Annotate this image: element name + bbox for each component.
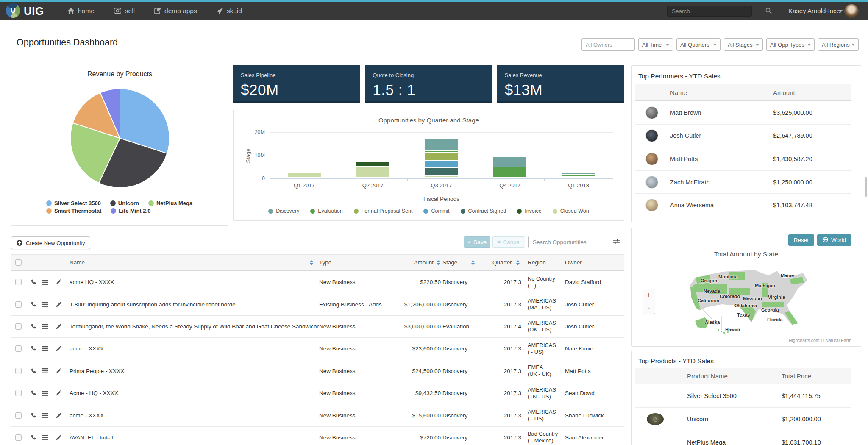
search-input[interactable] bbox=[667, 6, 752, 17]
sort-icon[interactable] bbox=[310, 260, 313, 265]
chevron-down-icon[interactable] bbox=[838, 10, 843, 13]
avatar bbox=[645, 106, 658, 119]
phone-icon[interactable] bbox=[27, 301, 39, 308]
world-button[interactable]: World bbox=[817, 234, 851, 246]
list-icon[interactable] bbox=[39, 413, 51, 418]
sort-icon[interactable] bbox=[516, 260, 520, 265]
row-checkbox[interactable] bbox=[15, 368, 22, 374]
phone-icon[interactable] bbox=[27, 279, 39, 285]
state-label-virginia: Virginia bbox=[768, 295, 785, 300]
opportunity-owner: Sam Alexander bbox=[561, 434, 624, 441]
row-checkbox[interactable] bbox=[15, 390, 22, 396]
row-checkbox[interactable] bbox=[15, 323, 22, 330]
bar-legend-item[interactable]: Contract Signed bbox=[461, 208, 506, 214]
row-checkbox[interactable] bbox=[15, 345, 22, 352]
revenue-pie-chart bbox=[11, 86, 229, 192]
table-settings-icon[interactable] bbox=[613, 238, 620, 247]
filter-dropdown-all-time[interactable]: All Time bbox=[638, 38, 673, 51]
pencil-icon[interactable] bbox=[51, 434, 66, 441]
state-label-nevada: Nevada bbox=[704, 289, 720, 294]
user-menu[interactable]: Kasey Arnold-Ince bbox=[788, 2, 840, 20]
pencil-icon[interactable] bbox=[51, 279, 66, 285]
row-checkbox[interactable] bbox=[15, 301, 22, 308]
row-checkbox[interactable] bbox=[15, 279, 22, 285]
zoom-in-button[interactable]: + bbox=[643, 289, 655, 301]
phone-icon[interactable] bbox=[27, 323, 39, 330]
reset-button[interactable]: Reset bbox=[788, 234, 814, 246]
pencil-icon[interactable] bbox=[51, 323, 66, 330]
brand-name[interactable]: UIG bbox=[24, 5, 44, 18]
phone-icon[interactable] bbox=[27, 412, 39, 419]
list-icon[interactable] bbox=[39, 368, 51, 373]
opportunity-region: AMERICAS( - US) bbox=[524, 342, 561, 356]
sort-icon[interactable] bbox=[471, 260, 475, 265]
list-icon[interactable] bbox=[39, 346, 51, 351]
phone-icon[interactable] bbox=[27, 390, 39, 396]
product-row: Silver Select 3500 $1,444,115.75 bbox=[635, 384, 851, 408]
create-new-opportunity-button[interactable]: Create New Opportunity bbox=[11, 236, 90, 249]
column-header-stage[interactable]: Stage bbox=[442, 259, 485, 266]
column-header-name[interactable]: Name bbox=[66, 259, 319, 266]
pie-legend-item[interactable]: Smart Thermostat bbox=[46, 208, 101, 214]
legend-dot-icon bbox=[46, 208, 52, 214]
bar-segment bbox=[425, 138, 459, 151]
map-credit: Highcharts.com © Natural Earth bbox=[789, 338, 851, 343]
column-header-quarter[interactable]: Quarter bbox=[485, 259, 524, 266]
all-owners-filter-input[interactable] bbox=[581, 38, 635, 51]
cancel-button[interactable]: Cancel bbox=[492, 236, 525, 248]
bar-legend-item[interactable]: Discovery bbox=[268, 208, 299, 214]
performer-amount: $1,430,587.20 bbox=[773, 156, 851, 162]
pencil-icon[interactable] bbox=[51, 412, 66, 419]
state-label-montana: Montana bbox=[718, 274, 737, 279]
row-checkbox[interactable] bbox=[15, 412, 22, 419]
bar-legend-item[interactable]: Evaluation bbox=[310, 208, 342, 214]
opportunity-amount: $220.50 bbox=[398, 279, 442, 285]
nav-item-demo-apps[interactable]: demo apps bbox=[154, 7, 197, 15]
save-button[interactable]: Save bbox=[464, 236, 490, 248]
bar-legend-item[interactable]: Commit bbox=[423, 208, 449, 214]
bar-legend-item[interactable]: Invoice bbox=[517, 208, 542, 214]
nav-item-sell[interactable]: sell bbox=[114, 7, 135, 15]
revenue-by-products-card: Revenue by Products Silver Select 3500Un… bbox=[11, 60, 228, 226]
filter-dropdown-all-regions[interactable]: All Regions bbox=[818, 38, 859, 51]
phone-icon[interactable] bbox=[27, 434, 39, 441]
nav-item-skuid[interactable]: skuid bbox=[217, 7, 242, 15]
list-icon[interactable] bbox=[39, 302, 51, 307]
list-icon[interactable] bbox=[39, 391, 51, 396]
bar-legend-item[interactable]: Formal Proposal Sent bbox=[354, 208, 413, 214]
pie-legend-item[interactable]: NetPlus Mega bbox=[148, 200, 192, 206]
phone-icon[interactable] bbox=[27, 345, 39, 352]
search-icon[interactable] bbox=[765, 8, 772, 16]
sort-icon[interactable] bbox=[437, 260, 440, 265]
filter-dropdown-all-stages[interactable]: All Stages bbox=[724, 38, 763, 51]
filter-dropdown-all-quarters[interactable]: All Quarters bbox=[676, 38, 721, 51]
phone-icon[interactable] bbox=[27, 368, 39, 374]
list-icon[interactable] bbox=[39, 280, 51, 285]
pencil-icon[interactable] bbox=[51, 390, 66, 396]
pie-legend-item[interactable]: Life Mint 2.0 bbox=[111, 208, 150, 214]
column-header-amount[interactable]: Amount bbox=[398, 259, 442, 266]
list-icon[interactable] bbox=[39, 324, 51, 329]
pencil-icon[interactable] bbox=[51, 301, 66, 308]
product-row: Unicorn $1,200,000.00 bbox=[635, 408, 851, 431]
page-scrollbar[interactable] bbox=[865, 177, 867, 197]
x-axis-title: Fiscal Periods bbox=[270, 196, 613, 202]
zoom-out-button[interactable]: - bbox=[643, 301, 655, 314]
row-checkbox[interactable] bbox=[15, 434, 22, 441]
state-label-oregon: Oregon bbox=[701, 278, 717, 283]
search-opportunities-input[interactable] bbox=[528, 236, 606, 248]
avatar[interactable] bbox=[844, 4, 859, 18]
filter-dropdown-all-opp-types[interactable]: All Opp Types bbox=[766, 38, 815, 51]
select-all-checkbox[interactable] bbox=[15, 259, 22, 266]
pie-legend-item[interactable]: Unicorn bbox=[110, 200, 139, 206]
list-icon[interactable] bbox=[39, 435, 51, 440]
chevron-down-icon bbox=[713, 44, 717, 46]
us-map[interactable]: OregonMontanaMaineMichiganNevadaColorado… bbox=[655, 261, 837, 334]
nav-item-home[interactable]: home bbox=[68, 7, 95, 15]
pencil-icon[interactable] bbox=[51, 368, 66, 374]
pencil-icon[interactable] bbox=[51, 345, 66, 352]
opportunities-by-quarter-card: Opportunities by Quarter and Stage Stage… bbox=[233, 110, 624, 221]
pie-legend-item[interactable]: Silver Select 3500 bbox=[46, 200, 101, 206]
uig-logo-icon[interactable]: U bbox=[6, 3, 20, 18]
bar-legend-item[interactable]: Closed Won bbox=[553, 208, 589, 214]
